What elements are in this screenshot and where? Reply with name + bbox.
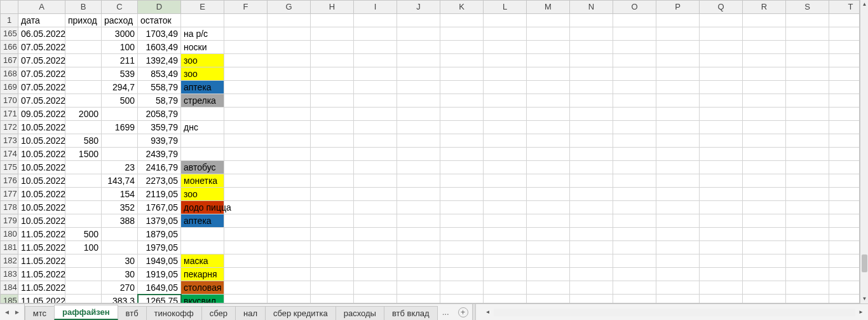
cell[interactable]: 07.05.2022 (18, 41, 65, 54)
cell[interactable] (829, 228, 860, 241)
column-header-Q[interactable]: Q (700, 1, 743, 14)
cell[interactable]: 10.05.2022 (18, 174, 65, 188)
cell[interactable] (613, 268, 656, 281)
cell[interactable] (527, 295, 570, 304)
sheet-nav-next-icon[interactable]: ► (14, 309, 20, 316)
cell[interactable] (700, 134, 743, 148)
cell[interactable] (656, 295, 700, 304)
cell[interactable]: 1649,05 (138, 281, 181, 295)
cell[interactable] (354, 188, 397, 201)
cell[interactable] (268, 295, 311, 304)
cell[interactable] (484, 174, 527, 188)
cell[interactable] (613, 81, 656, 94)
cell[interactable] (613, 281, 656, 295)
cell[interactable] (397, 94, 440, 108)
cell[interactable] (268, 67, 311, 81)
cell-D1[interactable]: остаток (138, 14, 181, 27)
cell[interactable] (224, 121, 268, 134)
cell[interactable] (311, 108, 354, 121)
row-header[interactable]: 185 (1, 295, 18, 304)
cell[interactable] (268, 161, 311, 174)
cell[interactable]: 1392,49 (138, 54, 181, 67)
cell[interactable]: 11.05.2022 (18, 228, 65, 241)
cell[interactable] (268, 148, 311, 161)
cell[interactable] (311, 27, 354, 41)
cell-C1[interactable]: расход (102, 14, 138, 27)
cell[interactable] (743, 41, 786, 54)
scroll-thumb[interactable] (862, 254, 867, 272)
cell[interactable] (570, 54, 613, 67)
cell[interactable]: 1919,05 (138, 268, 181, 281)
cell[interactable] (786, 134, 829, 148)
cell[interactable] (829, 14, 860, 27)
cell[interactable] (440, 174, 484, 188)
cell[interactable] (102, 228, 138, 241)
cell[interactable] (484, 228, 527, 241)
cell[interactable]: 2273,05 (138, 174, 181, 188)
cell[interactable] (484, 108, 527, 121)
cell[interactable] (570, 81, 613, 94)
cell[interactable] (65, 121, 102, 134)
column-header-P[interactable]: P (656, 1, 700, 14)
column-header-H[interactable]: H (311, 1, 354, 14)
cell[interactable] (354, 295, 397, 304)
cell[interactable] (829, 67, 860, 81)
row-header[interactable]: 180 (1, 228, 18, 241)
cell[interactable]: днс (181, 121, 224, 134)
cell[interactable] (527, 241, 570, 254)
cell[interactable] (829, 295, 860, 304)
cell[interactable] (65, 41, 102, 54)
cell[interactable] (268, 94, 311, 108)
cell-B1[interactable]: приход (65, 14, 102, 27)
cell[interactable] (224, 161, 268, 174)
cell[interactable] (268, 201, 311, 214)
cell[interactable] (268, 228, 311, 241)
column-header-L[interactable]: L (484, 1, 527, 14)
cell[interactable]: 07.05.2022 (18, 81, 65, 94)
cell[interactable] (700, 54, 743, 67)
cell[interactable] (527, 281, 570, 295)
cell[interactable] (829, 201, 860, 214)
cell[interactable]: стрелка (181, 94, 224, 108)
cell[interactable] (570, 188, 613, 201)
cell[interactable] (224, 228, 268, 241)
cell[interactable] (397, 108, 440, 121)
cell[interactable] (656, 268, 700, 281)
cell[interactable] (268, 14, 311, 27)
cell[interactable] (743, 174, 786, 188)
cell[interactable] (65, 214, 102, 228)
cell[interactable]: 1265,75 (138, 295, 181, 304)
row-header[interactable]: 183 (1, 268, 18, 281)
cell[interactable] (613, 228, 656, 241)
cell[interactable]: 11.05.2022 (18, 254, 65, 268)
cell[interactable] (354, 268, 397, 281)
cell[interactable]: 211 (102, 54, 138, 67)
cell[interactable] (354, 161, 397, 174)
column-header-S[interactable]: S (786, 1, 829, 14)
cell[interactable] (570, 214, 613, 228)
cell[interactable] (440, 188, 484, 201)
cell[interactable]: 1379,05 (138, 214, 181, 228)
cell[interactable] (570, 14, 613, 27)
sheet-tab[interactable]: мтс (25, 306, 55, 320)
cell[interactable] (700, 41, 743, 54)
cell[interactable] (484, 54, 527, 67)
cell[interactable] (440, 108, 484, 121)
cell[interactable]: 10.05.2022 (18, 121, 65, 134)
cell[interactable] (700, 174, 743, 188)
horizontal-scrollbar[interactable]: ◄ ► (481, 304, 868, 320)
cell[interactable] (613, 27, 656, 41)
cell[interactable] (397, 161, 440, 174)
cell[interactable] (440, 94, 484, 108)
cell[interactable] (700, 268, 743, 281)
cell[interactable] (570, 268, 613, 281)
cell[interactable] (527, 67, 570, 81)
cell[interactable] (181, 241, 224, 254)
cell[interactable] (786, 254, 829, 268)
cell[interactable] (613, 134, 656, 148)
cell[interactable] (786, 214, 829, 228)
column-header-T[interactable]: T (829, 1, 860, 14)
cell[interactable] (786, 94, 829, 108)
cell[interactable] (354, 108, 397, 121)
cell[interactable] (354, 121, 397, 134)
